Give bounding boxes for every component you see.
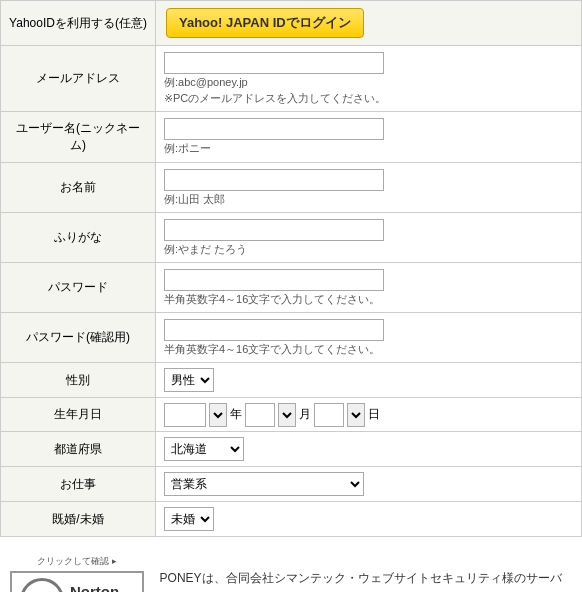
username-input[interactable] xyxy=(164,118,384,140)
furigana-field: 例:やまだ たろう xyxy=(156,213,582,263)
birthdate-label: 生年月日 xyxy=(1,398,156,432)
username-row: ユーザー名(ニックネーム) 例:ポニー xyxy=(1,112,582,163)
norton-badge-box: Norton SECURED powered by Symantec xyxy=(10,571,144,592)
name-row: お名前 例:山田 太郎 xyxy=(1,163,582,213)
prefecture-label: 都道府県 xyxy=(1,432,156,467)
password-row: パスワード 半角英数字4～16文字で入力してください。 xyxy=(1,263,582,313)
name-input[interactable] xyxy=(164,169,384,191)
gender-label: 性別 xyxy=(1,363,156,398)
yahoo-row: YahooIDを利用する(任意) Yahoo! JAPAN IDでログイン xyxy=(1,1,582,46)
birth-year-input[interactable]: 2006 xyxy=(164,403,206,427)
username-label: ユーザー名(ニックネーム) xyxy=(1,112,156,163)
name-hint: 例:山田 太郎 xyxy=(164,193,225,205)
password-confirm-label: パスワード(確認用) xyxy=(1,313,156,363)
job-select[interactable]: 営業系 技術系 事務系 その他 xyxy=(164,472,364,496)
birth-year-label: 年 xyxy=(230,406,242,423)
password-input[interactable] xyxy=(164,269,384,291)
name-label: お名前 xyxy=(1,163,156,213)
gender-row: 性別 男性 女性 xyxy=(1,363,582,398)
registration-form: YahooIDを利用する(任意) Yahoo! JAPAN IDでログイン メー… xyxy=(0,0,582,592)
birthdate-field: 2006 ▲▼ 年 08 ▲▼ 月 01 ▲▼ 日 xyxy=(156,398,582,432)
password-confirm-hint: 半角英数字4～16文字で入力してください。 xyxy=(164,343,380,355)
norton-description: PONEYは、合同会社シマンテック・ウェブサイトセキュリティ様のサーバー証明書を… xyxy=(160,568,572,592)
norton-text-block: Norton SECURED xyxy=(70,583,134,592)
birthdate-row: 生年月日 2006 ▲▼ 年 08 ▲▼ 月 01 ▲▼ xyxy=(1,398,582,432)
form-table: YahooIDを利用する(任意) Yahoo! JAPAN IDでログイン メー… xyxy=(0,0,582,537)
password-label: パスワード xyxy=(1,263,156,313)
norton-logo-row: Norton SECURED xyxy=(20,578,134,592)
furigana-row: ふりがな 例:やまだ たろう xyxy=(1,213,582,263)
birth-day-label: 日 xyxy=(368,406,380,423)
norton-badge[interactable]: クリックして確認 ▸ Norton SECURED powered by Sym… xyxy=(10,555,144,592)
username-hint: 例:ポニー xyxy=(164,142,211,154)
marital-label: 既婚/未婚 xyxy=(1,502,156,537)
job-field: 営業系 技術系 事務系 その他 xyxy=(156,467,582,502)
birth-month-label: 月 xyxy=(299,406,311,423)
job-label: お仕事 xyxy=(1,467,156,502)
password-confirm-input[interactable] xyxy=(164,319,384,341)
prefecture-select[interactable]: 北海道 青森県 東京都 大阪府 xyxy=(164,437,244,461)
password-hint: 半角英数字4～16文字で入力してください。 xyxy=(164,293,380,305)
furigana-label: ふりがな xyxy=(1,213,156,263)
password-confirm-field: 半角英数字4～16文字で入力してください。 xyxy=(156,313,582,363)
birth-year-stepper[interactable]: ▲▼ xyxy=(209,403,227,427)
job-row: お仕事 営業系 技術系 事務系 その他 xyxy=(1,467,582,502)
birth-day-input[interactable]: 01 xyxy=(314,403,344,427)
birth-month-input[interactable]: 08 xyxy=(245,403,275,427)
birth-month-stepper[interactable]: ▲▼ xyxy=(278,403,296,427)
checkmark-icon xyxy=(29,587,55,592)
username-field: 例:ポニー xyxy=(156,112,582,163)
marital-row: 既婚/未婚 未婚 既婚 xyxy=(1,502,582,537)
email-hint: ※PCのメールアドレスを入力してください。 xyxy=(164,92,386,104)
email-placeholder-hint: 例:abc@poney.jp xyxy=(164,76,248,88)
yahoo-label: YahooIDを利用する(任意) xyxy=(1,1,156,46)
email-field: 例:abc@poney.jp ※PCのメールアドレスを入力してください。 xyxy=(156,46,582,112)
norton-click-text: クリックして確認 ▸ xyxy=(37,555,117,568)
furigana-input[interactable] xyxy=(164,219,384,241)
birth-day-stepper[interactable]: ▲▼ xyxy=(347,403,365,427)
gender-select[interactable]: 男性 女性 xyxy=(164,368,214,392)
norton-checkmark-circle xyxy=(20,578,64,592)
email-row: メールアドレス 例:abc@poney.jp ※PCのメールアドレスを入力してく… xyxy=(1,46,582,112)
yahoo-field: Yahoo! JAPAN IDでログイン xyxy=(156,1,582,46)
yahoo-login-button[interactable]: Yahoo! JAPAN IDでログイン xyxy=(166,8,364,38)
email-input[interactable] xyxy=(164,52,384,74)
email-label: メールアドレス xyxy=(1,46,156,112)
password-confirm-row: パスワード(確認用) 半角英数字4～16文字で入力してください。 xyxy=(1,313,582,363)
norton-name: Norton xyxy=(70,583,134,592)
furigana-hint: 例:やまだ たろう xyxy=(164,243,247,255)
password-field: 半角英数字4～16文字で入力してください。 xyxy=(156,263,582,313)
name-field: 例:山田 太郎 xyxy=(156,163,582,213)
marital-select[interactable]: 未婚 既婚 xyxy=(164,507,214,531)
norton-section: クリックして確認 ▸ Norton SECURED powered by Sym… xyxy=(0,541,582,592)
prefecture-row: 都道府県 北海道 青森県 東京都 大阪府 xyxy=(1,432,582,467)
gender-field: 男性 女性 xyxy=(156,363,582,398)
marital-field: 未婚 既婚 xyxy=(156,502,582,537)
prefecture-field: 北海道 青森県 東京都 大阪府 xyxy=(156,432,582,467)
